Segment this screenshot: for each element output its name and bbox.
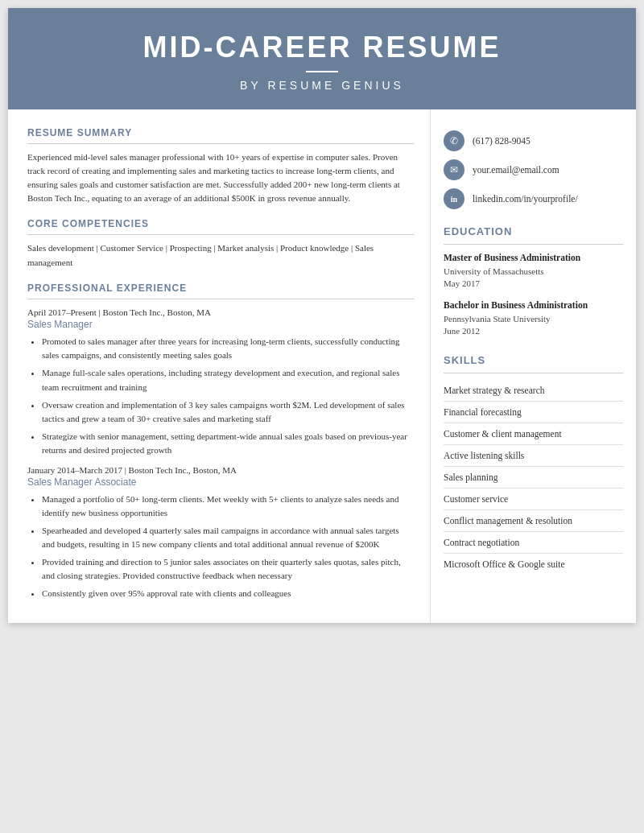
skills-divider xyxy=(444,373,623,373)
competencies-divider xyxy=(27,234,414,235)
linkedin-icon: in xyxy=(444,188,464,209)
header-divider xyxy=(306,71,338,72)
experience-divider xyxy=(27,299,414,299)
resume-header: MID-CAREER RESUME BY RESUME GENIUS xyxy=(8,8,636,109)
degree-1-name: Master of Business Administration xyxy=(444,251,623,264)
list-item: Provided training and direction to 5 jun… xyxy=(42,555,414,583)
resume-title: MID-CAREER RESUME xyxy=(24,31,620,64)
linkedin-item: in linkedin.com/in/yourprofile/ xyxy=(444,188,623,209)
linkedin-text: linkedin.com/in/yourprofile/ xyxy=(473,194,578,204)
job-2-date-location: January 2014–March 2017 | Boston Tech In… xyxy=(27,465,237,475)
skill-item: Customer service xyxy=(444,489,623,510)
skill-item: Financial forecasting xyxy=(444,402,623,423)
list-item: Strategize with senior management, setti… xyxy=(42,430,414,457)
resume-subtitle: BY RESUME GENIUS xyxy=(24,79,620,92)
job-1-bullets: Promoted to sales manager after three ye… xyxy=(42,335,414,456)
email-icon: ✉ xyxy=(444,159,464,180)
list-item: Consistently given over 95% approval rat… xyxy=(42,587,414,600)
email-text: your.email@email.com xyxy=(473,165,559,175)
job-2-bullets: Managed a portfolio of 50+ long-term cli… xyxy=(42,493,414,600)
degree-2-school: Pennsylvania State University June 2012 xyxy=(444,313,623,338)
job-2-title: Sales Manager Associate xyxy=(27,476,414,488)
resume-summary-title: RESUME SUMMARY xyxy=(27,127,414,138)
phone-icon: ✆ xyxy=(444,130,464,151)
degree-1-school: University of Massachusetts May 2017 xyxy=(444,266,623,291)
education-divider xyxy=(444,244,623,245)
list-item: Managed a portfolio of 50+ long-term cli… xyxy=(42,493,414,520)
degree-2-name: Bachelor in Business Administration xyxy=(444,299,623,311)
email-item: ✉ your.email@email.com xyxy=(444,159,623,180)
phone-item: ✆ (617) 828-9045 xyxy=(444,130,623,151)
skill-item: Conflict management & resolution xyxy=(444,510,623,532)
list-item: Promoted to sales manager after three ye… xyxy=(42,335,414,362)
job-1-title: Sales Manager xyxy=(27,319,414,330)
contact-section: ✆ (617) 828-9045 ✉ your.email@email.com … xyxy=(444,130,623,209)
skill-item: Contract negotiation xyxy=(444,532,623,554)
side-column: ✆ (617) 828-9045 ✉ your.email@email.com … xyxy=(431,109,636,623)
phone-text: (617) 828-9045 xyxy=(473,136,530,146)
core-competencies-title: CORE COMPETENCIES xyxy=(27,218,414,229)
job-1-header: April 2017–Present | Boston Tech Inc., B… xyxy=(27,307,414,317)
list-item: Spearheaded and developed 4 quarterly sa… xyxy=(42,524,414,551)
job-1-date-location: April 2017–Present | Boston Tech Inc., B… xyxy=(27,307,211,317)
education-title: EDUCATION xyxy=(444,225,623,237)
resume-body: RESUME SUMMARY Experienced mid-level sal… xyxy=(8,109,636,623)
skill-item: Microsoft Office & Google suite xyxy=(444,554,623,575)
summary-divider xyxy=(27,143,414,144)
list-item: Manage full-scale sales operations, incl… xyxy=(42,366,414,394)
skill-item: Customer & client management xyxy=(444,423,623,445)
resume-wrapper: MID-CAREER RESUME BY RESUME GENIUS RESUM… xyxy=(8,8,636,623)
list-item: Oversaw creation and implementation of 3… xyxy=(42,398,414,426)
experience-title: PROFESSIONAL EXPERIENCE xyxy=(27,282,414,294)
main-column: RESUME SUMMARY Experienced mid-level sal… xyxy=(8,109,431,623)
skills-title: SKILLS xyxy=(444,354,623,366)
skill-item: Active listening skills xyxy=(444,445,623,467)
job-2-header: January 2014–March 2017 | Boston Tech In… xyxy=(27,465,414,475)
core-competencies-text: Sales development | Customer Service | P… xyxy=(27,241,414,270)
skill-item: Sales planning xyxy=(444,467,623,489)
skill-item: Market strategy & research xyxy=(444,380,623,402)
resume-summary-text: Experienced mid-level sales manager prof… xyxy=(27,151,414,205)
